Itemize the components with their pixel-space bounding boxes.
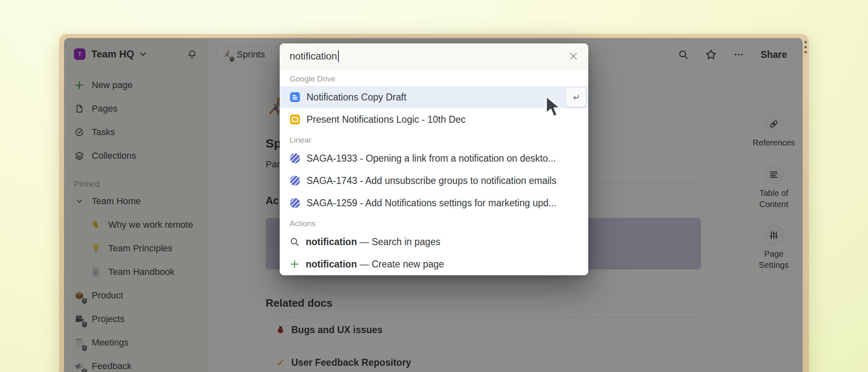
linear-icon	[290, 175, 300, 186]
result-present-notifications-logic[interactable]: Present Notifications Logic - 10th Dec	[280, 108, 588, 131]
search-modal: notification Google Drive Notifications …	[280, 43, 588, 275]
action-suffix: — Create new page	[357, 259, 444, 269]
google-slides-icon	[290, 114, 300, 125]
result-title: Present Notifications Logic - 10th Dec	[307, 114, 466, 125]
google-docs-icon	[290, 92, 300, 103]
search-icon	[290, 237, 300, 247]
result-title: SAGA-1933 - Opening a link from a notifi…	[307, 153, 556, 164]
result-notifications-copy-draft[interactable]: Notifications Copy Draft	[280, 86, 588, 108]
action-query: notification	[306, 236, 357, 247]
result-saga-1933[interactable]: SAGA-1933 - Opening a link from a notifi…	[280, 147, 588, 169]
window-menu-dot	[804, 46, 807, 48]
enter-key-badge[interactable]	[566, 88, 586, 107]
linear-icon	[290, 198, 300, 208]
action-search-in-pages[interactable]: notification — Search in pages	[280, 231, 588, 253]
action-create-new-page[interactable]: notification — Create new page	[280, 253, 588, 275]
action-suffix: — Search in pages	[357, 236, 440, 247]
action-query: notification	[306, 259, 357, 269]
section-label-actions: Actions	[280, 214, 588, 231]
section-label-google-drive: Google Drive	[280, 69, 588, 86]
window-menu-dot	[804, 51, 807, 53]
search-input[interactable]: notification	[280, 43, 588, 69]
plus-icon	[290, 259, 300, 269]
text-caret	[338, 50, 339, 62]
close-icon[interactable]	[568, 51, 578, 61]
section-label-linear: Linear	[280, 131, 588, 147]
mouse-cursor	[545, 95, 563, 119]
result-title: Notifications Copy Draft	[307, 92, 407, 103]
result-title: SAGA-1259 - Add Notifications settings f…	[307, 198, 556, 209]
result-title: SAGA-1743 - Add unsubscribe groups to no…	[307, 175, 556, 186]
search-query-text: notification	[290, 50, 337, 62]
result-saga-1743[interactable]: SAGA-1743 - Add unsubscribe groups to no…	[280, 169, 588, 192]
window-menu-dot	[804, 41, 807, 43]
linear-icon	[290, 153, 300, 164]
result-saga-1259[interactable]: SAGA-1259 - Add Notifications settings f…	[280, 192, 588, 214]
